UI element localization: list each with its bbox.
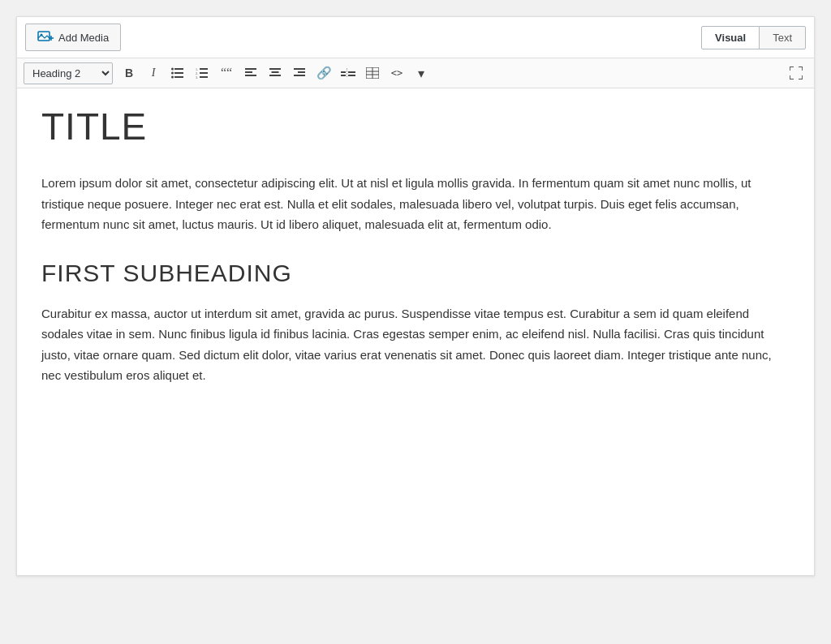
view-tabs: Visual Text bbox=[702, 26, 806, 49]
align-left-button[interactable] bbox=[239, 62, 262, 84]
editor-wrapper: Add Media Visual Text Paragraph Heading … bbox=[16, 16, 815, 576]
link-button[interactable]: 🔗 bbox=[312, 62, 335, 84]
svg-rect-18 bbox=[245, 75, 256, 76]
svg-point-8 bbox=[171, 76, 174, 79]
svg-rect-21 bbox=[272, 71, 279, 73]
code-button[interactable]: <> bbox=[385, 62, 408, 84]
bold-button[interactable]: B bbox=[118, 62, 140, 84]
add-media-label: Add Media bbox=[58, 32, 109, 44]
svg-point-4 bbox=[171, 68, 174, 71]
svg-rect-22 bbox=[269, 75, 281, 76]
svg-rect-25 bbox=[298, 71, 305, 73]
format-select[interactable]: Paragraph Heading 1 Heading 2 Heading 3 … bbox=[24, 62, 113, 84]
svg-rect-28 bbox=[341, 71, 346, 73]
align-right-icon bbox=[294, 68, 305, 78]
content-paragraph-2: Curabitur ex massa, auctor ut interdum s… bbox=[41, 303, 790, 386]
svg-rect-13 bbox=[200, 72, 208, 74]
fullscreen-button[interactable] bbox=[785, 62, 807, 84]
svg-rect-31 bbox=[348, 75, 355, 76]
svg-rect-7 bbox=[174, 72, 183, 74]
content-paragraph-1: Lorem ipsum dolor sit amet, consectetur … bbox=[41, 173, 790, 235]
svg-rect-9 bbox=[174, 76, 183, 78]
read-more-button[interactable] bbox=[337, 62, 360, 84]
svg-rect-5 bbox=[174, 68, 183, 70]
content-title: TITLE bbox=[41, 105, 790, 148]
top-bar: Add Media Visual Text bbox=[17, 17, 814, 58]
svg-rect-30 bbox=[348, 71, 355, 73]
svg-rect-26 bbox=[294, 75, 305, 76]
align-center-icon bbox=[269, 68, 281, 78]
blockquote-button[interactable]: ““ bbox=[215, 62, 238, 84]
add-media-button[interactable]: Add Media bbox=[25, 24, 121, 51]
svg-rect-11 bbox=[200, 68, 208, 70]
align-center-button[interactable] bbox=[264, 62, 286, 84]
align-left-icon bbox=[245, 68, 256, 78]
svg-point-6 bbox=[171, 72, 174, 75]
svg-rect-20 bbox=[269, 68, 281, 70]
svg-rect-16 bbox=[245, 68, 256, 70]
svg-rect-29 bbox=[341, 75, 346, 76]
add-media-icon bbox=[37, 29, 54, 45]
svg-rect-24 bbox=[294, 68, 305, 70]
read-more-icon bbox=[341, 68, 355, 78]
align-right-button[interactable] bbox=[288, 62, 311, 84]
italic-button[interactable]: I bbox=[142, 62, 165, 84]
more-options-button[interactable]: ▾ bbox=[410, 62, 433, 84]
fullscreen-icon bbox=[790, 67, 803, 79]
ol-icon: 1. 2. 3. bbox=[196, 67, 209, 79]
text-tab[interactable]: Text bbox=[759, 26, 806, 49]
ul-icon bbox=[171, 67, 184, 79]
svg-text:3.: 3. bbox=[196, 75, 198, 79]
ordered-list-button[interactable]: 1. 2. 3. bbox=[191, 62, 213, 84]
svg-rect-17 bbox=[245, 71, 252, 73]
unordered-list-button[interactable] bbox=[166, 62, 189, 84]
svg-rect-15 bbox=[200, 76, 208, 78]
toolbar: Paragraph Heading 1 Heading 2 Heading 3 … bbox=[17, 58, 814, 88]
table-icon bbox=[366, 67, 379, 79]
content-subheading: FIRST SUBHEADING bbox=[41, 260, 790, 287]
visual-tab[interactable]: Visual bbox=[701, 26, 760, 49]
table-button[interactable] bbox=[361, 62, 384, 84]
editor-content[interactable]: TITLE Lorem ipsum dolor sit amet, consec… bbox=[17, 88, 814, 575]
